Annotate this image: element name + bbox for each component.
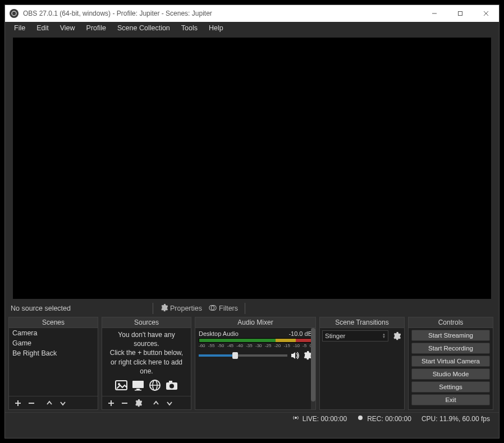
- minimize-button[interactable]: [421, 5, 447, 22]
- settings-button[interactable]: Settings: [411, 381, 490, 393]
- app-window: OBS 27.0.1 (64-bit, windows) - Profile: …: [4, 4, 500, 439]
- move-scene-down-button[interactable]: [56, 397, 70, 409]
- svg-rect-19: [169, 381, 172, 383]
- preview-area: [5, 34, 499, 300]
- move-source-down-button[interactable]: [163, 397, 176, 409]
- menu-view[interactable]: View: [54, 23, 81, 33]
- record-icon: [357, 414, 364, 423]
- mixer-track-name: Desktop Audio: [199, 330, 239, 337]
- add-scene-button[interactable]: [11, 397, 25, 409]
- status-bar: LIVE: 00:00:00 REC: 00:00:00 CPU: 11.9%,…: [5, 412, 499, 424]
- move-source-up-button[interactable]: [149, 397, 163, 409]
- svg-marker-24: [291, 352, 295, 359]
- toolbar-separator: [245, 303, 245, 314]
- source-properties-button[interactable]: [131, 397, 145, 409]
- move-scene-up-button[interactable]: [43, 397, 56, 409]
- docked-panels: Scenes Camera Game Be Right Back Sources: [5, 317, 499, 412]
- mixer-db-value: -10.0 dB: [288, 330, 312, 337]
- transitions-panel: Scene Transitions Stinger ▲▼: [319, 317, 405, 410]
- menu-tools[interactable]: Tools: [176, 23, 203, 33]
- scene-list[interactable]: Camera Game Be Right Back: [9, 328, 98, 396]
- audio-mixer-panel: Audio Mixer Desktop Audio -10.0 dB -60-5…: [195, 317, 316, 410]
- volume-slider[interactable]: [199, 354, 287, 357]
- start-streaming-button[interactable]: Start Streaming: [411, 330, 490, 341]
- scene-item[interactable]: Be Right Back: [9, 348, 98, 358]
- transition-select[interactable]: Stinger ▲▼: [322, 330, 388, 342]
- start-virtual-camera-button[interactable]: Start Virtual Camera: [411, 356, 490, 367]
- source-selection-status: No source selected: [11, 304, 71, 312]
- start-recording-button[interactable]: Start Recording: [411, 343, 490, 354]
- cpu-status: CPU: 11.9%, 60.00 fps: [421, 415, 490, 423]
- sources-footer: [102, 396, 191, 409]
- properties-button[interactable]: Properties: [157, 303, 205, 315]
- image-source-icon: [114, 379, 128, 394]
- scenes-footer: [9, 396, 98, 409]
- updown-icon: ▲▼: [382, 333, 386, 339]
- window-title: OBS 27.0.1 (64-bit, windows) - Profile: …: [23, 10, 421, 17]
- transitions-header[interactable]: Scene Transitions: [319, 317, 405, 328]
- mixer-tick-labels: -60-55-50-45-40-35-30-25-20-15-10-50: [199, 343, 312, 348]
- scenes-panel: Scenes Camera Game Be Right Back: [8, 317, 98, 410]
- menu-help[interactable]: Help: [203, 23, 229, 33]
- controls-panel: Controls Start Streaming Start Recording…: [408, 317, 493, 410]
- scenes-header[interactable]: Scenes: [8, 317, 98, 328]
- mixer-scrollbar[interactable]: [311, 328, 315, 409]
- svg-rect-2: [459, 12, 462, 16]
- svg-point-26: [358, 416, 363, 420]
- titlebar: OBS 27.0.1 (64-bit, windows) - Profile: …: [5, 5, 499, 22]
- controls-header[interactable]: Controls: [408, 317, 493, 328]
- svg-rect-14: [135, 390, 141, 391]
- broadcast-icon: [292, 414, 299, 423]
- close-button[interactable]: [473, 5, 499, 22]
- menu-profile[interactable]: Profile: [81, 23, 112, 33]
- remove-source-button[interactable]: [118, 397, 131, 409]
- remove-scene-button[interactable]: [25, 397, 38, 409]
- svg-rect-13: [136, 389, 140, 390]
- menu-file[interactable]: File: [8, 23, 31, 33]
- svg-rect-12: [132, 381, 144, 388]
- menubar: File Edit View Profile Scene Collection …: [5, 22, 499, 34]
- source-toolbar: No source selected Properties Filters: [5, 300, 499, 317]
- browser-source-icon: [148, 379, 162, 394]
- camera-source-icon: [165, 379, 178, 394]
- maximize-button[interactable]: [447, 5, 473, 22]
- filters-button[interactable]: Filters: [205, 303, 241, 315]
- sources-empty-state[interactable]: You don't have any sources. Click the + …: [102, 328, 191, 396]
- scene-item[interactable]: Game: [9, 338, 98, 348]
- scene-item[interactable]: Camera: [9, 328, 98, 338]
- live-status: LIVE: 00:00:00: [292, 414, 347, 423]
- svg-point-0: [12, 11, 16, 16]
- rec-status: REC: 00:00:00: [357, 414, 411, 423]
- svg-point-25: [295, 417, 296, 419]
- mute-button[interactable]: [290, 350, 300, 361]
- filters-icon: [209, 304, 217, 313]
- sources-panel: Sources You don't have any sources. Clic…: [102, 317, 191, 410]
- svg-point-20: [169, 384, 174, 388]
- toolbar-separator: [153, 303, 153, 314]
- obs-logo-icon: [10, 9, 19, 18]
- menu-scene-collection[interactable]: Scene Collection: [112, 23, 176, 33]
- studio-mode-button[interactable]: Studio Mode: [411, 368, 490, 380]
- exit-button[interactable]: Exit: [411, 394, 490, 405]
- menu-edit[interactable]: Edit: [31, 23, 54, 33]
- preview-canvas[interactable]: [13, 38, 491, 299]
- display-source-icon: [131, 379, 145, 394]
- sources-header[interactable]: Sources: [102, 317, 191, 328]
- transition-settings-button[interactable]: [391, 330, 402, 342]
- add-source-button[interactable]: [104, 397, 118, 409]
- audio-meter: [199, 338, 312, 343]
- mixer-header[interactable]: Audio Mixer: [195, 317, 316, 328]
- gear-icon: [160, 304, 168, 313]
